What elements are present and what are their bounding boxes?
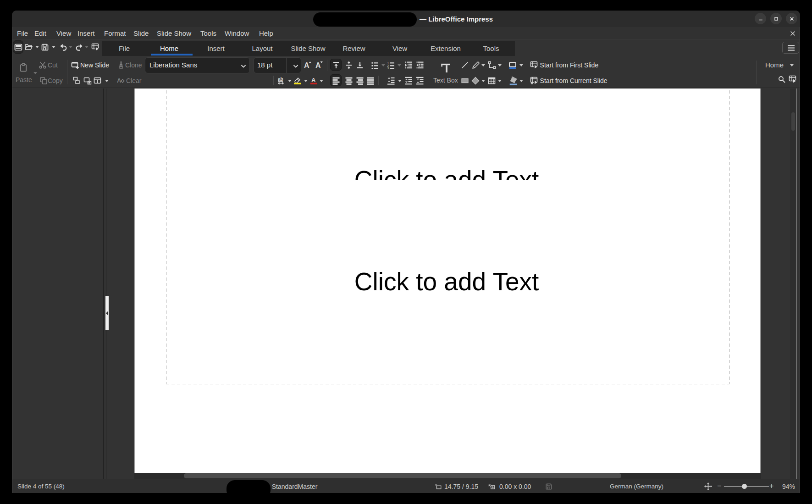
- svg-text:A: A: [315, 61, 321, 69]
- svg-text:A: A: [311, 77, 316, 83]
- svg-text:A: A: [304, 61, 309, 69]
- svg-text:3: 3: [387, 66, 389, 69]
- svg-text:ab: ab: [278, 77, 283, 82]
- svg-text:A: A: [117, 77, 122, 84]
